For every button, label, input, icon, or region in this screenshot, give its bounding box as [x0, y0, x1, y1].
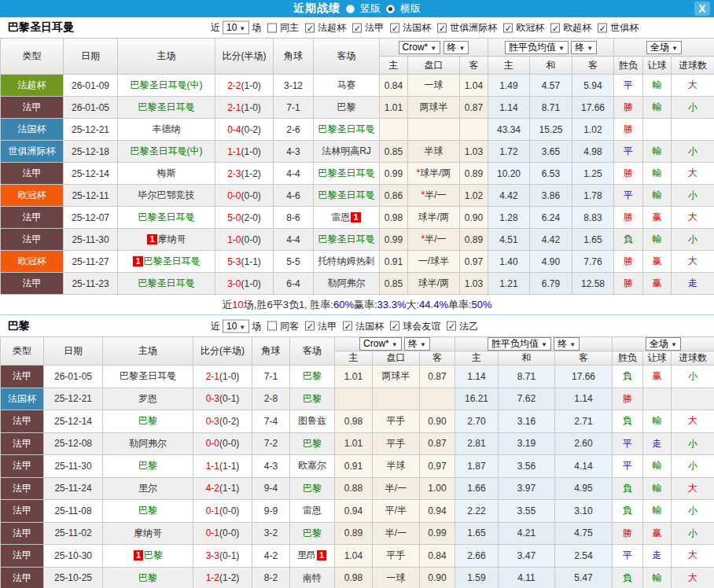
away-team-cell: 巴黎 [290, 522, 335, 545]
scope-value: 全场 [650, 42, 669, 53]
scope-select[interactable]: 全场▼ [646, 41, 682, 54]
fulltime-score: 3-3 [206, 550, 219, 561]
goals-result-cell: 小 [672, 522, 714, 545]
score-cell: 0-3(0-1) [193, 388, 252, 410]
home-team-cell: 巴黎 [103, 500, 193, 523]
league-checkbox[interactable]: ✓ [305, 322, 315, 331]
match-count-select[interactable]: 10▼ [223, 21, 249, 35]
subcol-goals: 进球数 [672, 57, 714, 75]
same-side-checkbox[interactable] [267, 322, 277, 331]
avg-home-cell: 1.72 [488, 141, 530, 163]
panel-title: 近期战绩 [293, 2, 340, 16]
league-checkbox[interactable]: ✓ [437, 23, 447, 32]
match-row: 欧冠杯25-12-11毕尔巴鄂竞技0-0(0-0)4-6巴黎圣日耳曼0.86*半… [1, 185, 714, 207]
score-cell: 1-0(0-0) [215, 229, 274, 251]
home-team-cell: 1摩纳哥 [118, 229, 215, 251]
home-odds-cell [335, 388, 373, 410]
away-odds-cell: 0.90 [420, 567, 455, 588]
home-odds-cell: 1.04 [335, 545, 373, 568]
league-checkbox[interactable]: ✓ [352, 23, 362, 32]
odds-header-group: Crow*▼ 终▼ [380, 39, 488, 57]
avg-draw-cell: 8.71 [499, 366, 555, 388]
halftime-score: (1-1) [219, 461, 239, 472]
odds-source-value: Crow* [363, 338, 389, 349]
chevron-down-icon: ▼ [459, 45, 466, 52]
horizontal-layout-label: 横版 [400, 2, 421, 16]
team-name: 巴黎 [138, 415, 157, 426]
subcol-avg-home: 主 [488, 57, 530, 75]
result-cell: 負 [613, 477, 643, 500]
avg-value: 胜平负均值 [491, 338, 539, 349]
away-odds-cell: 1.04 [460, 75, 488, 97]
chevron-down-icon: ▼ [430, 45, 436, 52]
fulltime-score: 2-3 [227, 168, 241, 179]
match-row: 法甲26-01-05巴黎圣日耳曼2-1(1-0)7-1巴黎1.01两球半0.87… [1, 97, 714, 119]
match-row: 法甲25-12-08勒阿弗尔0-0(0-0)7-2巴黎1.01平手0.872.8… [1, 432, 714, 455]
avg-final-select[interactable]: 终▼ [554, 337, 580, 351]
avg-select[interactable]: 胜平负均值▼ [488, 337, 551, 351]
odds-final-select[interactable]: 终▼ [443, 41, 469, 54]
goals-result-cell: 大 [672, 477, 714, 500]
goals-result-cell: 小 [672, 500, 714, 523]
summary-part: 33.3% [377, 299, 407, 311]
league-checkbox-label: 球会友谊 [403, 319, 440, 333]
horizontal-layout-radio[interactable] [386, 5, 395, 13]
handicap-result-cell: 赢 [643, 522, 672, 545]
away-team-cell: 巴黎 [290, 477, 335, 500]
avg-header-group: 胜平负均值▼ 终▼ [488, 39, 614, 57]
odds-source-select[interactable]: Crow*▼ [359, 337, 402, 351]
halftime-score: (1-2) [219, 572, 239, 583]
league-cell: 世俱洲际杯 [1, 141, 64, 163]
team-name: 摩纳哥 [158, 233, 186, 244]
match-row: 法国杯25-12-21丰德纳0-4(0-2)2-6巴黎圣日耳曼43.3415.2… [1, 119, 714, 141]
league-checkbox[interactable]: ✓ [447, 322, 456, 331]
handicap-cell: 球半/两 [408, 207, 460, 229]
home-odds-cell: 0.98 [335, 410, 373, 433]
corners-cell: 7-1 [252, 366, 290, 388]
fulltime-score: 5-3 [227, 256, 241, 267]
fulltime-score: 2-1 [227, 102, 241, 113]
red-card-badge: 1 [317, 550, 326, 560]
league-cell: 法甲 [1, 432, 44, 455]
fulltime-score: 0-1 [206, 505, 219, 516]
match-row: 法甲25-11-24里尔4-2(1-1)9-4巴黎0.88半/一1.001.66… [1, 477, 714, 500]
handicap-result-cell: 輸 [643, 500, 672, 523]
avg-header-group: 胜平负均值▼ 终▼ [455, 337, 613, 351]
match-count-select[interactable]: 10▼ [223, 319, 249, 333]
odds-source-select[interactable]: Crow*▼ [399, 41, 441, 54]
league-checkbox[interactable]: ✓ [390, 23, 399, 32]
league-checkbox[interactable]: ✓ [305, 23, 315, 32]
match-row: 法甲25-11-08巴黎0-1(0-0)9-9雷恩0.94平/半0.942.22… [1, 500, 714, 523]
league-checkbox[interactable]: ✓ [503, 23, 513, 32]
away-odds-cell: 0.89 [460, 163, 488, 185]
league-checkbox[interactable]: ✓ [343, 322, 352, 331]
team-name: 雷恩 [331, 211, 350, 222]
avg-final-select[interactable]: 终▼ [571, 41, 597, 54]
league-checkbox[interactable]: ✓ [390, 322, 399, 331]
avg-select[interactable]: 胜平负均值▼ [505, 41, 569, 54]
filter-row-paris: 巴黎 近10▼场同客✓法甲✓法国杯✓球会友谊✓法乙 [0, 315, 714, 336]
league-cell: 法甲 [1, 455, 44, 478]
corners-cell: 3-12 [274, 75, 314, 97]
vertical-layout-radio[interactable] [346, 5, 355, 13]
league-checkbox[interactable]: ✓ [598, 23, 607, 32]
subcol-handicap-result: 让球 [643, 351, 672, 366]
handicap-cell: 一球 [373, 567, 420, 588]
goals-result-cell: 大 [672, 567, 714, 588]
chevron-down-icon: ▼ [541, 341, 547, 348]
goals-result-cell: 小 [672, 185, 714, 207]
halftime-score: (1-0) [241, 278, 261, 289]
league-checkbox-label: 法国杯 [403, 21, 431, 35]
col-corners: 角球 [252, 337, 290, 366]
halftime-score: (0-2) [241, 124, 261, 135]
close-button[interactable]: X [694, 2, 710, 16]
league-checkbox[interactable]: ✓ [550, 23, 560, 32]
subcol-avg-draw: 和 [530, 57, 572, 75]
odds-final-select[interactable]: 终▼ [404, 337, 430, 351]
same-side-checkbox[interactable] [267, 23, 277, 32]
scope-select[interactable]: 全场▼ [646, 337, 681, 351]
team-name: 欧塞尔 [298, 460, 326, 471]
handicap-cell: 平/半 [373, 500, 420, 523]
result-cell: 負 [613, 567, 643, 588]
home-odds-cell: 0.91 [380, 251, 408, 273]
